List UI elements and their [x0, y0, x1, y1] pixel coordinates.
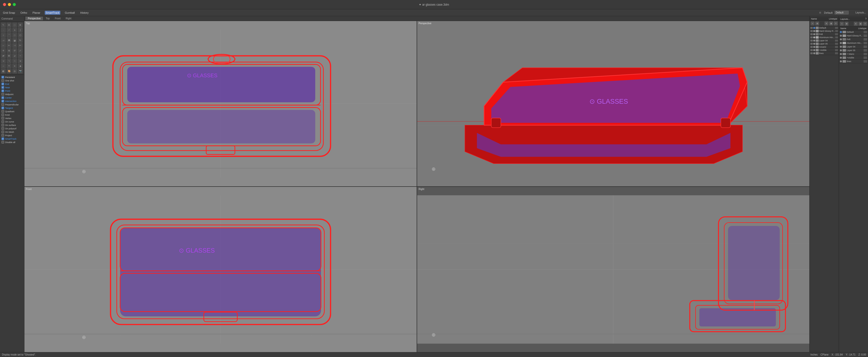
layer-color-felt[interactable] — [816, 33, 819, 35]
layouts-label[interactable]: Layouts... — [840, 18, 850, 20]
layer-eye-aluminum[interactable] — [810, 36, 813, 38]
osnap-end-check[interactable] — [1, 83, 4, 85]
list-icon[interactable]: ≡ — [854, 22, 858, 26]
revolve-tool[interactable]: ↻ — [18, 38, 23, 43]
toolbar-ortho[interactable]: Ortho — [20, 11, 28, 15]
osnap-disableall-check[interactable] — [1, 141, 4, 144]
osnap-center-check[interactable] — [1, 96, 4, 99]
osnap-smarttrack[interactable]: SmartTrack — [1, 138, 23, 140]
tab-top[interactable]: Top — [43, 17, 52, 20]
layer-eye-visible[interactable] — [810, 49, 813, 51]
osnap-project[interactable]: Project — [1, 134, 23, 137]
move-tool[interactable]: ✛ — [1, 48, 6, 53]
text-tool[interactable]: T — [7, 64, 11, 68]
osnap-center[interactable]: Center — [1, 96, 23, 99]
osnap-tangent-check[interactable] — [1, 107, 4, 109]
polyline-tool[interactable]: ∧ — [12, 28, 17, 32]
join-tool[interactable]: ⊢ — [18, 43, 23, 48]
layer-row-layer05[interactable]: Layer 05 — [810, 42, 839, 46]
osnap-perpendicular-check[interactable] — [1, 103, 4, 106]
minimize-button[interactable] — [8, 3, 11, 6]
snap-tool[interactable]: ◎ — [12, 69, 17, 73]
mirror-tool[interactable]: ⇌ — [1, 53, 6, 58]
material-row-visible[interactable]: +visible — [839, 56, 868, 60]
layer-list-icon[interactable]: ≡ — [825, 22, 829, 25]
osnap-quadrant[interactable]: Quadrant — [1, 110, 23, 113]
extrude-tool[interactable]: ⬒ — [7, 38, 11, 43]
material-row-default[interactable]: Default — [839, 30, 868, 34]
grid-view-icon[interactable]: ⊞ — [859, 22, 862, 26]
layer-color-hardglossy[interactable] — [816, 30, 819, 32]
layer-add-icon[interactable]: + — [811, 22, 814, 25]
toolbar-history[interactable]: History — [79, 11, 89, 15]
layer-row-aluminum[interactable]: Aluminum Hin... — [810, 36, 839, 39]
color-tool[interactable]: 🎨 — [7, 69, 11, 73]
viewport-front[interactable]: Front — [25, 187, 417, 352]
help-icon[interactable]: ? — [863, 22, 867, 26]
toolbar-smarttrack[interactable]: SmartTrack — [45, 11, 60, 15]
osnap-near-check[interactable] — [1, 86, 4, 89]
layer-color-aluminum[interactable] — [816, 36, 819, 39]
osnap-onmesh-check[interactable] — [1, 130, 4, 133]
layer-eye-lines[interactable] — [810, 52, 813, 54]
osnap-onsurface[interactable]: On surface — [1, 124, 23, 126]
layer-color-visible[interactable] — [816, 49, 819, 51]
osnap-midpoint[interactable]: Midpoint — [1, 93, 23, 96]
arc-tool[interactable]: ⌒ — [7, 33, 11, 38]
layer-color-area02[interactable] — [816, 46, 819, 48]
osnap-perpendicular[interactable]: Perpendicular — [1, 103, 23, 106]
layer-eye-felt[interactable] — [810, 33, 813, 35]
osnap-knot-check[interactable] — [1, 114, 4, 116]
flow-tool[interactable]: ~ — [18, 53, 23, 58]
osnap-knot[interactable]: Knot — [1, 114, 23, 116]
layouts-button[interactable]: Layouts... — [856, 11, 866, 14]
rectangle-tool[interactable]: □ — [12, 33, 17, 38]
toolbar-grid-snap[interactable]: Grid Snap — [2, 11, 16, 15]
boolean-split[interactable]: ⊎ — [18, 58, 23, 63]
polygon-tool[interactable]: ⬡ — [18, 33, 23, 38]
maximize-button[interactable] — [13, 3, 16, 6]
viewport-perspective[interactable]: Perspective — [417, 21, 809, 186]
osnap-intersection-check[interactable] — [1, 100, 4, 102]
toolbar-planar[interactable]: Planar — [32, 11, 41, 15]
boolean-diff[interactable]: ∖ — [7, 58, 11, 63]
fillet-tool[interactable]: ⌐ — [1, 43, 6, 48]
osnap-tangent[interactable]: Tangent — [1, 107, 23, 109]
osnap-midpoint-check[interactable] — [1, 93, 4, 96]
layer-settings-icon[interactable]: ⚙ — [815, 22, 819, 25]
osnap-intersection[interactable]: Intersection — [1, 100, 23, 102]
layer-tool[interactable]: ◧ — [1, 69, 6, 73]
osnap-oneshot-check[interactable] — [1, 79, 4, 82]
viewport-top[interactable]: Top — [25, 21, 417, 186]
hatch-tool[interactable]: ≡ — [12, 64, 17, 68]
layer-help-icon[interactable]: ? — [834, 22, 838, 25]
layer-row-area02[interactable]: Area02 — [810, 46, 839, 49]
layer-row-default[interactable]: Default — [810, 26, 839, 30]
layer-row-visible[interactable]: +visible — [810, 49, 839, 52]
camera-tool[interactable]: 📷 — [18, 69, 23, 73]
osnap-onpolysurf[interactable]: On polysurf — [1, 127, 23, 130]
tab-front[interactable]: Front — [52, 17, 63, 20]
material-row-aluminum[interactable]: Aluminum Hin... — [839, 41, 868, 45]
osnap-point[interactable]: Point — [1, 89, 23, 92]
copy-tool[interactable]: ⧉ — [7, 48, 11, 53]
material-row-mano[interactable]: + Mano — [839, 52, 868, 56]
osnap-persistent-check[interactable] — [1, 76, 4, 79]
material-row-layer05[interactable]: Layer 05 — [839, 49, 868, 52]
scale-tool[interactable]: ⤢ — [18, 48, 23, 53]
render-tool[interactable]: ◈ — [18, 64, 23, 68]
material-row-layer04[interactable]: Layer 04 — [839, 45, 868, 49]
osnap-smarttrack-check[interactable] — [1, 138, 4, 140]
surface-tool[interactable]: ▱ — [1, 38, 6, 43]
lasso-tool[interactable]: ◌ — [12, 23, 17, 27]
question-icon[interactable]: ? — [865, 18, 867, 20]
window-select-tool[interactable]: ⊡ — [7, 23, 11, 27]
osnap-quadrant-check[interactable] — [1, 110, 4, 113]
layer-color-layer04[interactable] — [816, 39, 819, 42]
close-button[interactable] — [3, 3, 6, 6]
osnap-onsurface-check[interactable] — [1, 124, 4, 126]
rotate-tool[interactable]: ↺ — [12, 48, 17, 53]
layer-row-felt[interactable]: Felt — [810, 33, 839, 36]
osnap-vertex[interactable]: Vertex — [1, 117, 23, 120]
point-tool[interactable]: · — [1, 28, 6, 32]
